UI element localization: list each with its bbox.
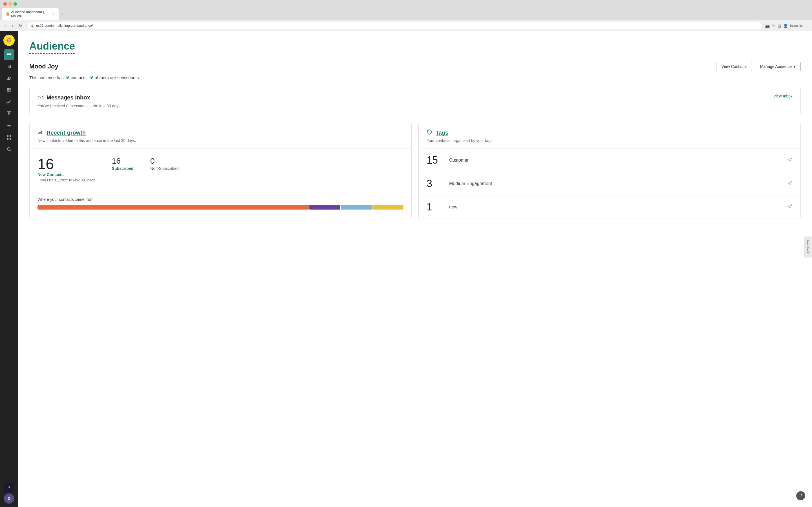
svg-point-14 (7, 148, 10, 151)
browser-chrome: 🐵 Audience dashboard | Mailchi... ✕ + ‹ … (0, 0, 812, 31)
audience-actions: View Contacts Manage Audience ▾ (716, 62, 801, 71)
sidebar-item-reports[interactable] (4, 61, 14, 72)
sidebar-toggle-icon[interactable]: ▤ (777, 24, 781, 28)
summary-prefix: This audience has (29, 75, 65, 80)
tab-title: Audience dashboard | Mailchi... (11, 10, 49, 18)
contacts-count: 16 (65, 75, 70, 80)
sidebar-item-segments[interactable] (4, 85, 14, 96)
messages-inbox-card: Messages Inbox You've received 0 message… (29, 87, 801, 115)
tags-description: Your contacts, organized by your tags. (426, 138, 793, 143)
svg-rect-10 (7, 135, 8, 137)
tab-bar: 🐵 Audience dashboard | Mailchi... ✕ + (0, 8, 812, 20)
recent-growth-card: Recent growth New contacts added to this… (29, 122, 412, 219)
svg-rect-8 (7, 112, 11, 116)
svg-rect-5 (9, 88, 11, 90)
svg-point-9 (8, 125, 10, 126)
svg-rect-4 (7, 88, 9, 90)
tag-count: 1 (426, 201, 449, 213)
recent-growth-description: New contacts added to this audience in t… (38, 138, 403, 143)
back-button[interactable]: ‹ (3, 23, 8, 29)
help-button[interactable]: ? (796, 491, 805, 500)
tag-row: 1new (419, 195, 801, 219)
traffic-lights (3, 2, 17, 6)
sidebar-item-automations[interactable] (4, 120, 14, 131)
growth-chart-icon (38, 129, 44, 136)
lock-icon: 🔒 (31, 24, 35, 27)
manage-audience-button[interactable]: Manage Audience ▾ (755, 62, 801, 71)
tab-favicon: 🐵 (6, 12, 9, 16)
view-contacts-button[interactable]: View Contacts (716, 62, 752, 71)
tag-send-icon[interactable] (788, 180, 793, 187)
non-subscribed-count: 0 (150, 157, 179, 166)
tag-count: 3 (426, 178, 449, 189)
non-subscribed-label: Non-Subscribed (150, 166, 179, 171)
tags-card: Tags Your contacts, organized by your ta… (418, 122, 801, 219)
sidebar-item-campaigns[interactable] (4, 49, 14, 60)
audience-name: Mood Joy (29, 63, 58, 70)
tag-row: 15Customer (419, 149, 801, 172)
maximize-button[interactable] (13, 2, 17, 6)
tag-name: Medium Engagement (449, 181, 788, 186)
source-bar-segment (372, 205, 403, 210)
messages-card-left: Messages Inbox You've received 0 message… (38, 94, 121, 108)
sidebar-avatar[interactable]: D (4, 494, 14, 504)
subscribed-count: 16 (112, 157, 133, 166)
bookmark-icon[interactable]: ☆ (772, 24, 775, 28)
browser-actions: 📷 ☆ ▤ 👤 Incognito ⋮ (765, 24, 809, 28)
tag-send-icon[interactable] (788, 204, 793, 210)
messages-inbox-title: Messages Inbox (47, 94, 90, 101)
mailchimp-logo[interactable]: 🐵 (3, 35, 15, 46)
svg-point-3 (10, 77, 11, 78)
sidebar-item-search[interactable] (4, 144, 14, 155)
minimize-button[interactable] (8, 2, 12, 6)
profile-icon[interactable]: 👤 (783, 24, 788, 28)
close-button[interactable] (3, 2, 7, 6)
tags-title[interactable]: Tags (426, 129, 793, 136)
camera-off-icon: 📷 (765, 24, 770, 28)
active-tab[interactable]: 🐵 Audience dashboard | Mailchi... ✕ (2, 8, 59, 20)
menu-icon[interactable]: ⋮ (805, 24, 809, 28)
messages-title-row: Messages Inbox (38, 94, 121, 101)
svg-rect-18 (41, 131, 42, 134)
source-bar-segment (38, 205, 309, 210)
recent-growth-title[interactable]: Recent growth (38, 129, 403, 136)
forward-button[interactable]: › (10, 23, 15, 29)
sidebar-item-content[interactable] (4, 108, 14, 119)
manage-audience-label: Manage Audience (760, 64, 792, 69)
reload-button[interactable]: ↻ (17, 23, 24, 29)
sidebar-item-analytics[interactable] (4, 97, 14, 107)
svg-rect-16 (38, 133, 39, 134)
svg-rect-7 (9, 91, 11, 93)
app-container: 🐵 (0, 31, 812, 507)
main-content: Audience Mood Joy View Contacts Manage A… (18, 31, 812, 507)
feedback-tab[interactable]: Feedback (804, 237, 811, 258)
tag-name: new (449, 205, 788, 210)
new-tab-button[interactable]: + (59, 10, 66, 18)
subscribed-label: Subscribed (112, 166, 133, 171)
sources-title: Where your contacts came from: (38, 197, 403, 202)
audience-header: Mood Joy View Contacts Manage Audience ▾ (29, 62, 801, 71)
sidebar-bottom: ✦ D (4, 482, 14, 504)
summary-suffix: of them are subscribers. (94, 75, 140, 80)
tab-close-icon[interactable]: ✕ (52, 12, 55, 16)
svg-point-2 (8, 76, 9, 78)
svg-rect-6 (7, 91, 9, 93)
dropdown-chevron-icon: ▾ (794, 64, 795, 69)
sidebar-item-stars[interactable]: ✦ (4, 482, 14, 492)
view-inbox-link[interactable]: View Inbox (773, 94, 793, 98)
tag-rows: 15Customer3Medium Engagement1new (419, 149, 801, 219)
inbox-icon (38, 94, 44, 101)
tag-send-icon[interactable] (788, 157, 793, 163)
svg-rect-17 (40, 132, 40, 134)
messages-inbox-description: You've received 0 messages in the last 3… (38, 104, 121, 108)
sidebar-item-integrations[interactable] (4, 132, 14, 143)
source-bar-segment (309, 205, 340, 210)
tag-name: Customer (449, 158, 788, 163)
subscribers-count: 16 (89, 75, 94, 80)
source-bar-segment (341, 205, 372, 210)
summary-text: This audience has 16 contacts. 16 of the… (29, 75, 801, 80)
url-text: us21.admin.mailchimp.com/audience/ (36, 24, 93, 27)
feedback-label: Feedback (806, 240, 809, 254)
sidebar-item-audience[interactable] (4, 73, 14, 83)
address-input[interactable]: 🔒 us21.admin.mailchimp.com/audience/ (26, 22, 763, 29)
